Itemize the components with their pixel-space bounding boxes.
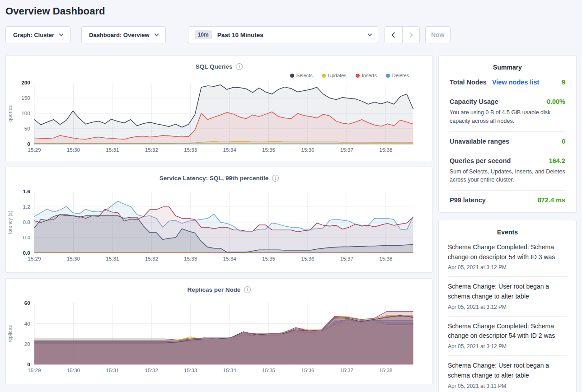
sql-queries-chart: 15:2915:3015:3115:3215:3315:3415:3515:36… <box>6 80 432 161</box>
svg-text:15:37: 15:37 <box>340 256 353 261</box>
chart-title: Service Latency: SQL, 99th percentile <box>160 175 269 182</box>
event-list-item[interactable]: Schema Change Completed: Schema change o… <box>448 238 567 277</box>
chevron-down-icon <box>154 32 159 36</box>
summary-label: P99 latency <box>450 196 486 204</box>
summary-label: Queries per second <box>450 157 511 164</box>
svg-text:1.6: 1.6 <box>23 189 31 194</box>
chart-card-replicas-per-node: Replicas per Node i 15:2915:3015:3115:32… <box>5 278 433 384</box>
svg-text:40: 40 <box>24 321 30 327</box>
svg-text:15:35: 15:35 <box>262 256 275 261</box>
chevron-down-icon <box>59 32 64 36</box>
summary-value: 0.00% <box>547 98 565 105</box>
events-title: Events <box>448 229 567 236</box>
svg-text:15:29: 15:29 <box>28 367 41 373</box>
svg-text:0.4: 0.4 <box>23 234 31 240</box>
svg-text:15:31: 15:31 <box>106 367 119 373</box>
event-message: Schema Change Completed: Schema change o… <box>448 243 567 262</box>
svg-text:15:34: 15:34 <box>223 367 237 373</box>
replicas-per-node-chart: 15:2915:3015:3115:3215:3315:3415:3515:36… <box>6 300 432 381</box>
summary-label: Capacity Usage <box>450 98 498 105</box>
svg-text:15:38: 15:38 <box>379 147 392 153</box>
summary-value: 872.4 ms <box>538 196 565 204</box>
svg-text:15:35: 15:35 <box>262 147 275 153</box>
legend-item: Updates <box>322 73 347 78</box>
chart-card-sql-queries: SQL Queries i SelectsUpdatesInsertsDelet… <box>5 55 433 161</box>
time-range-selector[interactable]: 10m Past 10 Minutes <box>188 26 378 43</box>
svg-text:15:36: 15:36 <box>301 256 314 261</box>
legend-item: Inserts <box>356 73 377 78</box>
summary-label: Unavailable ranges <box>450 138 509 145</box>
svg-text:50: 50 <box>24 126 30 131</box>
event-list-item[interactable]: Schema Change Completed: Schema change o… <box>448 317 567 356</box>
chart-legend: SelectsUpdatesInsertsDeletes <box>6 71 432 80</box>
spacer <box>6 294 432 300</box>
event-list-item[interactable]: Schema Change: User root began a schema … <box>448 356 567 392</box>
summary-value: 9 <box>562 79 565 86</box>
svg-text:0: 0 <box>27 361 30 367</box>
legend-dot-icon <box>386 74 390 78</box>
svg-text:15:34: 15:34 <box>223 256 237 261</box>
events-panel: Events Schema Change Completed: Schema c… <box>438 220 577 392</box>
chevron-down-icon <box>367 32 372 36</box>
svg-text:15:32: 15:32 <box>145 147 158 153</box>
summary-value: 164.2 <box>549 157 565 164</box>
info-icon[interactable]: i <box>236 63 243 70</box>
chart-plot[interactable]: 15:2915:3015:3115:3215:3315:3415:3515:36… <box>6 80 432 161</box>
view-nodes-list-link[interactable]: View nodes list <box>492 79 540 86</box>
svg-text:1.2: 1.2 <box>23 204 30 210</box>
info-icon[interactable]: i <box>244 286 251 293</box>
event-message: Schema Change Completed: Schema change o… <box>448 322 567 341</box>
chart-title: Replicas per Node <box>188 286 241 293</box>
event-message: Schema Change: User root began a schema … <box>448 361 567 380</box>
event-timestamp: Apr 05, 2021 at 3:11 PM <box>448 383 567 389</box>
chart-plot[interactable]: 15:2915:3015:3115:3215:3315:3415:3515:36… <box>6 189 432 270</box>
summary-row-capacity-usage: Capacity Usage 0.00% You are using 0 B o… <box>450 92 565 132</box>
legend-dot-icon <box>290 74 294 78</box>
spacer <box>6 182 432 189</box>
svg-text:15:38: 15:38 <box>379 256 392 261</box>
summary-row-total-nodes: Total Nodes View nodes list 9 <box>450 73 565 92</box>
dashboard-dropdown[interactable]: Dashboard: Overview <box>81 26 166 43</box>
svg-text:15:34: 15:34 <box>223 147 237 153</box>
summary-row-queries-per-second: Queries per second 164.2 Sum of Selects,… <box>450 151 565 191</box>
graph-scope-label: Graph: Cluster <box>13 32 54 38</box>
svg-text:15:35: 15:35 <box>262 367 275 373</box>
side-column: Summary Total Nodes View nodes list 9 Ca… <box>438 55 577 392</box>
graph-scope-dropdown[interactable]: Graph: Cluster <box>5 26 70 43</box>
svg-text:0: 0 <box>27 141 30 147</box>
service-latency-chart: 15:2915:3015:3115:3215:3315:3415:3515:36… <box>6 189 432 270</box>
chart-card-service-latency: Service Latency: SQL, 99th percentile i … <box>5 167 433 273</box>
summary-label: Total Nodes <box>450 79 487 86</box>
legend-dot-icon <box>322 74 326 78</box>
chart-plot[interactable]: 15:2915:3015:3115:3215:3315:3415:3515:36… <box>6 300 432 381</box>
svg-text:queries: queries <box>7 105 13 121</box>
svg-text:15:33: 15:33 <box>184 147 197 153</box>
svg-text:15:36: 15:36 <box>301 147 314 153</box>
toolbar-divider <box>177 26 177 43</box>
legend-item: Selects <box>290 73 313 78</box>
dashboard-label: Dashboard: Overview <box>89 32 150 38</box>
dashboard-toolbar: Graph: Cluster Dashboard: Overview 10m P… <box>5 26 577 43</box>
page-title: Overview Dashboard <box>5 5 577 17</box>
svg-text:20: 20 <box>24 341 30 347</box>
svg-text:200: 200 <box>21 80 30 85</box>
svg-text:15:30: 15:30 <box>67 256 80 261</box>
summary-description: Sum of Selects, Updates, Inserts, and De… <box>450 168 565 185</box>
prev-time-button[interactable] <box>385 27 402 43</box>
main-content: SQL Queries i SelectsUpdatesInsertsDelet… <box>5 55 577 392</box>
summary-row-unavailable-ranges: Unavailable ranges 0 <box>450 132 565 151</box>
event-timestamp: Apr 05, 2021 at 3:12 PM <box>448 343 567 350</box>
time-step-buttons <box>385 26 420 43</box>
info-icon[interactable]: i <box>272 175 279 182</box>
svg-text:15:32: 15:32 <box>145 367 158 373</box>
event-list-item[interactable]: Schema Change: User root began a schema … <box>448 277 567 316</box>
svg-text:15:33: 15:33 <box>184 367 197 373</box>
svg-text:15:33: 15:33 <box>184 256 197 261</box>
event-timestamp: Apr 05, 2021 at 3:12 PM <box>448 264 567 271</box>
svg-text:15:32: 15:32 <box>145 256 158 261</box>
svg-text:15:29: 15:29 <box>28 256 41 261</box>
summary-description: You are using 0 B of 4.5 GiB usable disk… <box>450 108 565 126</box>
svg-text:15:37: 15:37 <box>340 147 353 153</box>
chart-title: SQL Queries <box>196 63 233 70</box>
svg-text:latency (s): latency (s) <box>7 210 13 234</box>
